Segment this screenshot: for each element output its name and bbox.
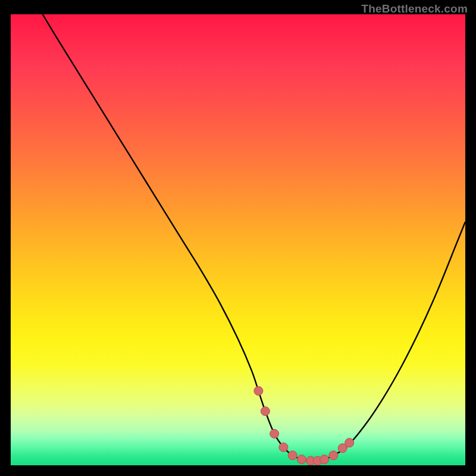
marker-dot [288,451,297,460]
chart-frame: TheBottleneck.com [0,0,476,476]
attribution-label: TheBottleneck.com [361,2,468,15]
marker-dot [320,455,329,464]
marker-dot [270,429,279,438]
marker-dot [329,451,338,460]
marker-dot [279,443,288,452]
marker-dot [297,455,306,464]
curve-svg [11,14,465,465]
marker-dot [345,439,354,447]
marker-dot [254,386,263,395]
bottleneck-curve [42,14,465,461]
gradient-plot-area [11,14,465,465]
marker-dot [261,407,270,416]
optimal-zone-markers [254,386,354,465]
